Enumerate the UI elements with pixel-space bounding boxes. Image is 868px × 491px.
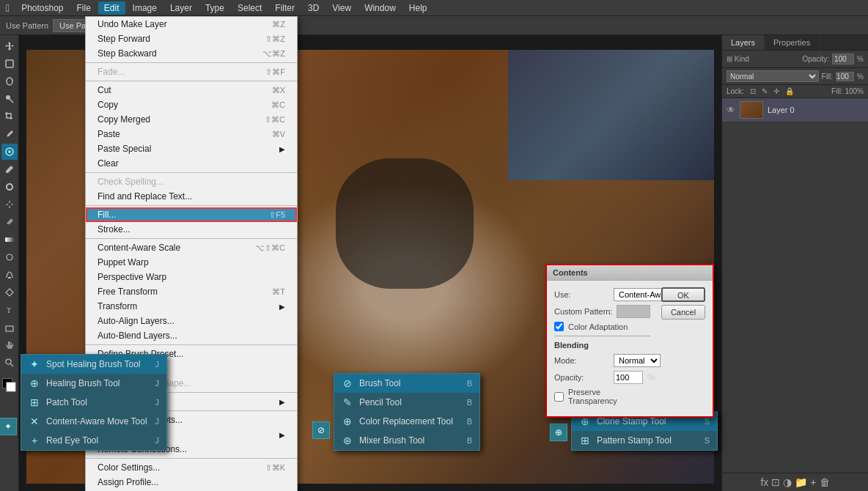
blend-mode-select[interactable]: Normal Multiply Screen xyxy=(727,70,819,82)
preserve-transparency-checkbox[interactable] xyxy=(554,392,564,402)
gradient-btn[interactable] xyxy=(1,232,18,248)
menu-item-cut[interactable]: Cut ⌘X xyxy=(86,83,297,97)
color-replacement-icon: ⊕ xyxy=(342,416,353,427)
opacity-label-panel: Opacity: xyxy=(802,55,829,63)
menu-help[interactable]: Help xyxy=(403,1,433,15)
clone-stamp-active-icon[interactable]: ⊕ xyxy=(550,424,567,441)
flyout-red-eye[interactable]: + Red Eye Tool J xyxy=(21,431,166,450)
fill-input-panel[interactable] xyxy=(836,72,854,81)
add-mask-btn[interactable]: ⊡ xyxy=(771,476,780,488)
menu-edit[interactable]: Edit xyxy=(98,1,125,15)
menu-item-paste-special[interactable]: Paste Special ▶ xyxy=(86,141,297,156)
menu-item-copy-merged[interactable]: Copy Merged ⇧⌘C xyxy=(86,112,297,127)
menu-file[interactable]: File xyxy=(71,1,97,15)
hand-btn[interactable] xyxy=(1,337,18,353)
delete-layer-btn[interactable]: 🗑 xyxy=(820,476,830,488)
menu-layer[interactable]: Layer xyxy=(164,1,198,15)
menu-item-clear[interactable]: Clear xyxy=(86,156,297,171)
menu-filter[interactable]: Filter xyxy=(269,1,301,15)
menu-3d[interactable]: 3D xyxy=(302,1,325,15)
menu-type[interactable]: Type xyxy=(199,1,230,15)
layer-visibility-eye[interactable]: 👁 xyxy=(727,105,735,115)
healing-tool-active-icon[interactable]: ✦ xyxy=(0,418,17,435)
lock-paint-btn[interactable]: ✎ xyxy=(762,87,768,95)
history-brush-btn[interactable] xyxy=(1,196,18,213)
adjustment-btn[interactable]: ◑ xyxy=(783,476,792,488)
menu-image[interactable]: Image xyxy=(127,1,163,15)
selection-tool-btn[interactable] xyxy=(1,56,18,72)
flyout-healing-brush[interactable]: ⊕ Healing Brush Tool J xyxy=(21,374,166,393)
blur-btn[interactable] xyxy=(1,249,18,265)
new-layer-btn[interactable]: + xyxy=(810,476,816,488)
menu-item-auto-align[interactable]: Auto-Align Layers... xyxy=(86,314,297,328)
pen-btn[interactable] xyxy=(1,284,18,300)
move-tool-btn[interactable] xyxy=(1,38,18,54)
color-adaptation-label: Color Adaptation xyxy=(568,322,628,331)
kind-label: ⊞ Kind xyxy=(727,55,749,63)
menu-item-stroke[interactable]: Stroke... xyxy=(86,222,297,237)
foreground-color[interactable] xyxy=(2,378,17,393)
menu-item-paste[interactable]: Paste ⌘V xyxy=(86,127,297,141)
lock-controls: Lock: ⊡ ✎ ✛ 🔒 Fill: 100% xyxy=(722,85,868,98)
lasso-tool-btn[interactable] xyxy=(1,73,18,89)
cancel-button[interactable]: Cancel xyxy=(661,305,705,320)
mode-select[interactable]: Normal Multiply Screen Overlay xyxy=(614,354,661,367)
menu-item-fill[interactable]: Fill... ⇧F5 xyxy=(86,207,297,222)
quick-select-btn[interactable] xyxy=(1,91,18,107)
lock-move-btn[interactable]: ✛ xyxy=(773,87,779,95)
menu-window[interactable]: Window xyxy=(358,1,402,15)
apple-menu[interactable]:  xyxy=(6,2,10,14)
brush-tool-active-icon[interactable]: ⊘ xyxy=(312,421,330,439)
menu-item-puppet-warp[interactable]: Puppet Warp xyxy=(86,255,297,270)
clone-stamp-btn[interactable] xyxy=(1,179,18,195)
menu-item-check-spelling[interactable]: Check Spelling... xyxy=(86,174,297,189)
zoom-btn[interactable] xyxy=(1,355,18,371)
menu-item-free-transform[interactable]: Free Transform ⌘T xyxy=(86,284,297,299)
dodge-btn[interactable] xyxy=(1,267,18,283)
lock-transparent-btn[interactable]: ⊡ xyxy=(750,87,756,95)
menu-item-find-replace[interactable]: Find and Replace Text... xyxy=(86,189,297,204)
shape-btn[interactable] xyxy=(1,320,18,336)
menu-item-undo[interactable]: Undo Make Layer ⌘Z xyxy=(86,17,297,32)
opacity-input-panel[interactable] xyxy=(832,53,854,64)
tab-properties[interactable]: Properties xyxy=(765,35,820,50)
flyout-pencil-tool[interactable]: ✎ Pencil Tool B xyxy=(334,393,479,412)
flyout-color-replacement[interactable]: ⊕ Color Replacement Tool B xyxy=(334,412,479,431)
flyout-content-aware-move[interactable]: ✕ Content-Aware Move Tool J xyxy=(21,412,166,431)
menu-item-copy[interactable]: Copy ⌘C xyxy=(86,97,297,112)
custom-pattern-input[interactable] xyxy=(617,305,650,318)
color-adaptation-checkbox[interactable] xyxy=(554,322,564,331)
menu-item-color-settings[interactable]: Color Settings... ⇧⌘K xyxy=(86,460,297,475)
flyout-brush-tool[interactable]: ⊘ Brush Tool B xyxy=(334,374,479,393)
menu-item-step-forward[interactable]: Step Forward ⇧⌘Z xyxy=(86,32,297,46)
menu-select[interactable]: Select xyxy=(232,1,268,15)
brush-tool-btn[interactable] xyxy=(1,161,18,177)
flyout-spot-healing-brush[interactable]: ✦ Spot Healing Brush Tool J xyxy=(21,355,166,374)
menu-item-step-backward[interactable]: Step Backward ⌥⌘Z xyxy=(86,46,297,61)
lock-all-btn[interactable]: 🔒 xyxy=(785,87,794,95)
menu-item-assign-profile[interactable]: Assign Profile... xyxy=(86,475,297,490)
flyout-patch-tool[interactable]: ⊞ Patch Tool J xyxy=(21,393,166,412)
fx-btn[interactable]: fx xyxy=(760,476,768,488)
menu-photoshop[interactable]: Photoshop xyxy=(15,1,69,15)
group-btn[interactable]: 📁 xyxy=(795,476,807,488)
tab-layers[interactable]: Layers xyxy=(722,35,765,50)
type-btn[interactable]: T xyxy=(1,302,18,318)
menu-item-perspective-warp[interactable]: Perspective Warp xyxy=(86,270,297,284)
menu-item-transform[interactable]: Transform ▶ xyxy=(86,299,297,314)
menu-item-auto-blend[interactable]: Auto-Blend Layers... xyxy=(86,328,297,343)
eyedropper-btn[interactable] xyxy=(1,126,18,142)
opacity-input[interactable] xyxy=(614,371,643,384)
healing-brush-btn[interactable] xyxy=(1,144,18,160)
eraser-btn[interactable] xyxy=(1,214,18,230)
layer-item-0[interactable]: 👁 Layer 0 xyxy=(722,98,868,122)
flyout-pattern-stamp[interactable]: ⊞ Pattern Stamp Tool S xyxy=(572,431,717,450)
ok-button[interactable]: OK xyxy=(661,287,705,302)
svg-point-1 xyxy=(7,78,12,85)
menu-item-content-aware-scale[interactable]: Content-Aware Scale ⌥⇧⌘C xyxy=(86,240,297,255)
crop-tool-btn[interactable] xyxy=(1,108,18,125)
menu-item-fade[interactable]: Fade... ⇧⌘F xyxy=(86,64,297,79)
flyout-mixer-brush[interactable]: ⊛ Mixer Brush Tool B xyxy=(334,431,479,450)
menu-view[interactable]: View xyxy=(326,1,357,15)
menu-sep-9 xyxy=(86,458,297,459)
